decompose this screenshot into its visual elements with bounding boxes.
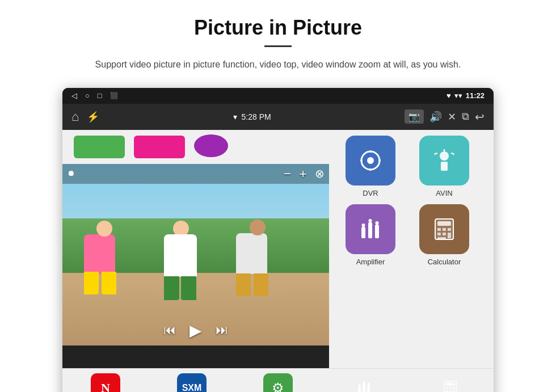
pip-maximize-btn[interactable]: +: [299, 166, 307, 182]
amplifier-bottom-icon[interactable]: [349, 373, 379, 392]
calculator-label: Calculator: [428, 258, 461, 266]
person-3: [236, 220, 270, 296]
status-bar-right: ♥ ▾▾ 11:22: [447, 91, 485, 100]
svg-rect-18: [443, 228, 446, 231]
video-area: ⏺ − + ⊗ ⏮ ▶ ⏭: [62, 130, 329, 368]
svg-rect-20: [437, 233, 441, 235]
svg-rect-17: [437, 228, 441, 231]
amplifier-label: Amplifier: [356, 258, 385, 266]
svg-rect-25: [363, 383, 365, 392]
pip-window-icon[interactable]: ⧉: [462, 111, 469, 123]
person-2: [164, 221, 198, 300]
back-toolbar-icon[interactable]: ↩: [475, 110, 485, 124]
wifi-toolbar-icon: ▾: [233, 112, 237, 121]
wheelkey-bottom-icon[interactable]: ⚙: [263, 373, 293, 392]
device-frame: ◁ ○ □ ⬛ ♥ ▾▾ 11:22 ⌂ ⚡ ▾ 5:28 PM 📷: [62, 88, 494, 392]
page-wrapper: Picture in Picture Support video picture…: [0, 0, 556, 392]
svg-rect-10: [368, 222, 372, 238]
avin-svg-icon: [432, 148, 457, 173]
pip-controls-overlay: ⏮ ▶ ⏭: [62, 315, 329, 345]
usb-icon[interactable]: ⚡: [87, 111, 99, 123]
svg-rect-31: [446, 382, 455, 385]
recents-icon[interactable]: □: [98, 91, 102, 100]
toolbar-time: 5:28 PM: [242, 112, 271, 121]
home-circle-icon[interactable]: ○: [85, 91, 90, 100]
bottom-app-siriusxm[interactable]: SXM SiriusXM: [152, 373, 231, 392]
svg-point-28: [363, 381, 365, 383]
svg-point-2: [369, 150, 372, 153]
toolbar-left: ⌂ ⚡: [71, 109, 99, 124]
apps-top-row: [62, 130, 329, 164]
svg-rect-16: [437, 221, 451, 226]
apps-right-panel: DVR AVIN: [329, 130, 494, 368]
top-app-wheelkey[interactable]: [194, 134, 228, 157]
netflix-letter: N: [101, 381, 110, 392]
app-card-dvr[interactable]: DVR: [337, 136, 404, 197]
apps-grid-row-1: DVR AVIN: [337, 136, 486, 197]
app-card-amplifier[interactable]: Amplifier: [337, 204, 404, 266]
pip-top-bar: ⏺ − + ⊗: [62, 164, 329, 184]
svg-point-13: [369, 219, 372, 222]
svg-rect-21: [443, 233, 446, 235]
app-card-avin[interactable]: AVIN: [411, 136, 478, 197]
svg-rect-7: [441, 162, 448, 171]
back-nav-icon[interactable]: ◁: [71, 91, 77, 100]
app-card-calculator[interactable]: Calculator: [411, 204, 478, 266]
avin-icon-box[interactable]: [419, 136, 469, 186]
top-app-netflix[interactable]: [74, 136, 125, 158]
title-divider: [264, 45, 292, 47]
location-icon: ♥: [447, 91, 451, 100]
dvr-icon-box[interactable]: [346, 136, 395, 186]
person-1: [84, 221, 118, 294]
amplifier-icon-box[interactable]: [346, 204, 395, 254]
status-bar-left: ◁ ○ □ ⬛: [71, 91, 118, 100]
bottom-app-netflix[interactable]: N Netflix: [66, 373, 145, 392]
bottom-app-wheelkey[interactable]: ⚙ Wheelkey Study: [238, 373, 318, 392]
main-content: ⏺ − + ⊗ ⏮ ▶ ⏭: [62, 130, 494, 368]
svg-rect-11: [375, 225, 379, 238]
svg-rect-9: [361, 227, 365, 238]
pip-prev-btn[interactable]: ⏮: [163, 323, 176, 338]
svg-rect-24: [358, 386, 361, 392]
home-icon[interactable]: ⌂: [71, 109, 79, 124]
toolbar-center: ▾ 5:28 PM: [233, 112, 271, 121]
svg-rect-32: [446, 387, 448, 389]
page-title: Picture in Picture: [194, 16, 362, 40]
svg-point-29: [368, 382, 370, 385]
pip-record-icon: ⏺: [67, 169, 75, 178]
netflix-bottom-icon[interactable]: N: [91, 373, 120, 392]
app-toolbar: ⌂ ⚡ ▾ 5:28 PM 📷 🔊 ✕ ⧉ ↩: [62, 104, 494, 130]
dvr-label: DVR: [363, 189, 378, 197]
dvr-svg-icon: [357, 147, 384, 174]
svg-rect-23: [437, 237, 446, 239]
svg-point-3: [369, 168, 372, 171]
close-icon[interactable]: ✕: [448, 111, 456, 123]
amplifier-svg-icon: [357, 216, 384, 243]
calculator-icon-box[interactable]: [419, 204, 469, 254]
bottom-app-calculator[interactable]: Calculator: [411, 373, 490, 392]
siriusxm-bottom-icon[interactable]: SXM: [177, 373, 207, 392]
pip-play-btn[interactable]: ▶: [189, 321, 202, 340]
avin-label: AVIN: [436, 189, 452, 197]
pip-player[interactable]: ⏺ − + ⊗ ⏮ ▶ ⏭: [62, 164, 329, 345]
pip-close-btn[interactable]: ⊗: [315, 167, 325, 180]
siriusxm-letter: SXM: [182, 383, 202, 392]
volume-icon[interactable]: 🔊: [429, 111, 442, 123]
pip-minimize-btn[interactable]: −: [284, 166, 292, 182]
svg-rect-19: [448, 228, 451, 231]
status-time: 11:22: [466, 91, 485, 100]
bottom-app-amplifier[interactable]: Amplifier: [325, 373, 404, 392]
svg-rect-22: [448, 233, 451, 238]
svg-point-27: [359, 384, 361, 386]
status-bar: ◁ ○ □ ⬛ ♥ ▾▾ 11:22: [62, 88, 494, 104]
svg-point-4: [360, 159, 363, 162]
page-subtitle: Support video picture in picture functio…: [95, 57, 461, 72]
camera-button[interactable]: 📷: [405, 109, 424, 124]
pip-next-btn[interactable]: ⏭: [216, 323, 228, 338]
top-app-siriusxm[interactable]: [134, 136, 185, 158]
apps-grid-row-2: Amplifier: [337, 204, 486, 266]
bookmark-icon[interactable]: ⬛: [110, 92, 118, 99]
svg-rect-26: [367, 385, 370, 392]
calculator-bottom-icon[interactable]: [436, 373, 465, 392]
svg-point-12: [362, 224, 365, 227]
